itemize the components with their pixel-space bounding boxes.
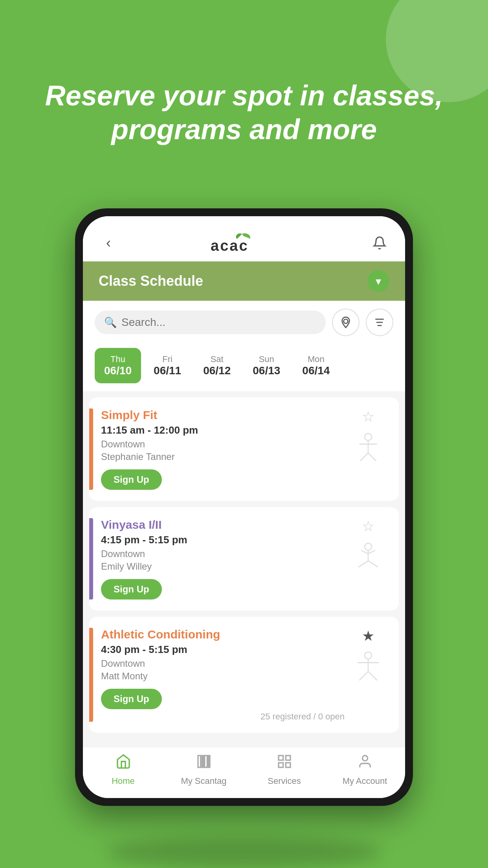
date-fri[interactable]: Fri 06/11 (144, 348, 191, 383)
home-icon (116, 754, 131, 773)
svg-rect-22 (202, 756, 203, 767)
back-button[interactable]: ‹ (99, 233, 118, 253)
signup-button[interactable]: Sign Up (101, 689, 162, 709)
card-accent-bar (89, 518, 93, 600)
nav-item-services[interactable]: Services (255, 754, 314, 786)
nav-account-label: My Account (343, 776, 387, 786)
schedule-title: Class Schedule (99, 273, 203, 289)
filter-icon (373, 316, 386, 329)
location-filter-button[interactable] (332, 309, 360, 336)
search-input[interactable] (121, 316, 316, 329)
app-logo: acac (209, 232, 279, 254)
person-icon (357, 754, 373, 773)
class-location: Downtown (101, 548, 345, 559)
signup-button[interactable]: Sign Up (101, 579, 162, 600)
date-day-label: Sun (259, 354, 274, 364)
date-day-label: Sat (211, 354, 224, 364)
class-name: Simply Fit (101, 408, 345, 422)
notification-button[interactable] (370, 233, 389, 253)
svg-line-13 (368, 561, 378, 567)
schedule-header: Class Schedule ▾ (83, 261, 405, 301)
date-sat[interactable]: Sat 06/12 (194, 348, 240, 383)
date-number: 06/10 (104, 364, 132, 377)
phone-frame: ‹ acac (75, 208, 413, 806)
class-instructor: Emily Willey (101, 561, 345, 572)
hero-tagline: Reserve your spot in classes, programs a… (31, 79, 457, 147)
search-icon: 🔍 (104, 316, 117, 329)
card-accent-bar (89, 408, 93, 490)
favorite-button[interactable]: ☆ (362, 518, 374, 535)
card-actions: ★ (349, 628, 388, 688)
bell-icon (372, 236, 387, 250)
hero-section: Reserve your spot in classes, programs a… (0, 79, 488, 147)
card-actions: ☆ (349, 408, 388, 468)
svg-point-29 (362, 756, 367, 761)
class-info: Vinyasa I/II 4:15 pm - 5:15 pm Downtown … (101, 518, 345, 600)
class-time: 4:15 pm - 5:15 pm (101, 534, 345, 546)
class-info: Athletic Conditioning 4:30 pm - 5:15 pm … (101, 628, 345, 722)
class-time: 11:15 am - 12:00 pm (101, 424, 345, 436)
class-name: Athletic Conditioning (101, 628, 345, 641)
svg-rect-23 (204, 756, 207, 767)
favorite-button[interactable]: ★ (362, 628, 374, 644)
svg-line-14 (361, 550, 368, 554)
search-section: 🔍 (83, 301, 405, 344)
class-icon-yoga (349, 539, 388, 578)
registered-count: 25 registered / 0 open (101, 712, 345, 722)
class-info: Simply Fit 11:15 am - 12:00 pm Downtown … (101, 408, 345, 490)
nav-item-account[interactable]: My Account (336, 754, 394, 786)
svg-point-1 (344, 319, 348, 324)
svg-rect-26 (286, 756, 290, 760)
svg-line-20 (368, 671, 377, 680)
svg-point-5 (365, 434, 372, 441)
svg-line-12 (358, 561, 368, 567)
svg-rect-21 (198, 756, 201, 767)
chevron-down-icon: ▾ (376, 275, 381, 288)
date-number: 06/12 (203, 364, 231, 377)
nav-services-label: Services (268, 776, 301, 786)
class-icon-conditioning (349, 648, 388, 688)
class-card-vinyasa: Vinyasa I/II 4:15 pm - 5:15 pm Downtown … (89, 507, 399, 611)
grid-icon (277, 754, 292, 773)
svg-point-10 (365, 543, 372, 550)
filter-button[interactable] (366, 309, 393, 336)
phone-screen: ‹ acac (83, 216, 405, 798)
svg-text:acac: acac (211, 237, 249, 254)
signup-button[interactable]: Sign Up (101, 469, 162, 490)
class-location: Downtown (101, 439, 345, 450)
phone-shadow (106, 837, 382, 868)
svg-rect-25 (279, 756, 283, 760)
date-number: 06/11 (154, 364, 181, 377)
svg-line-15 (368, 550, 375, 554)
svg-line-9 (368, 453, 376, 461)
class-time: 4:30 pm - 5:15 pm (101, 644, 345, 656)
class-name: Vinyasa I/II (101, 518, 345, 531)
svg-rect-28 (286, 763, 290, 767)
svg-line-19 (360, 671, 369, 680)
back-icon: ‹ (106, 235, 111, 251)
class-list: Simply Fit 11:15 am - 12:00 pm Downtown … (83, 391, 405, 747)
date-number: 06/13 (253, 364, 280, 377)
date-thu[interactable]: Thu 06/10 (95, 348, 141, 383)
card-actions: ☆ (349, 518, 388, 578)
favorite-button[interactable]: ☆ (362, 408, 374, 425)
barcode-icon (196, 754, 212, 773)
class-card-athletic: Athletic Conditioning 4:30 pm - 5:15 pm … (89, 617, 399, 733)
nav-item-home[interactable]: Home (94, 754, 153, 786)
schedule-dropdown-button[interactable]: ▾ (367, 270, 389, 292)
location-icon (339, 316, 352, 329)
class-icon-fitness (349, 429, 388, 468)
date-day-label: Mon (308, 354, 325, 364)
date-day-label: Fri (162, 354, 172, 364)
date-sun[interactable]: Sun 06/13 (243, 348, 290, 383)
nav-item-scantag[interactable]: My Scantag (174, 754, 233, 786)
nav-scantag-label: My Scantag (181, 776, 226, 786)
acac-logo-svg: acac (209, 232, 279, 254)
card-accent-bar (89, 628, 93, 722)
class-location: Downtown (101, 658, 345, 669)
svg-line-8 (360, 453, 368, 461)
date-mon[interactable]: Mon 06/14 (293, 348, 339, 383)
date-number: 06/14 (302, 364, 330, 377)
svg-rect-27 (279, 763, 283, 767)
search-bar[interactable]: 🔍 (95, 311, 326, 334)
